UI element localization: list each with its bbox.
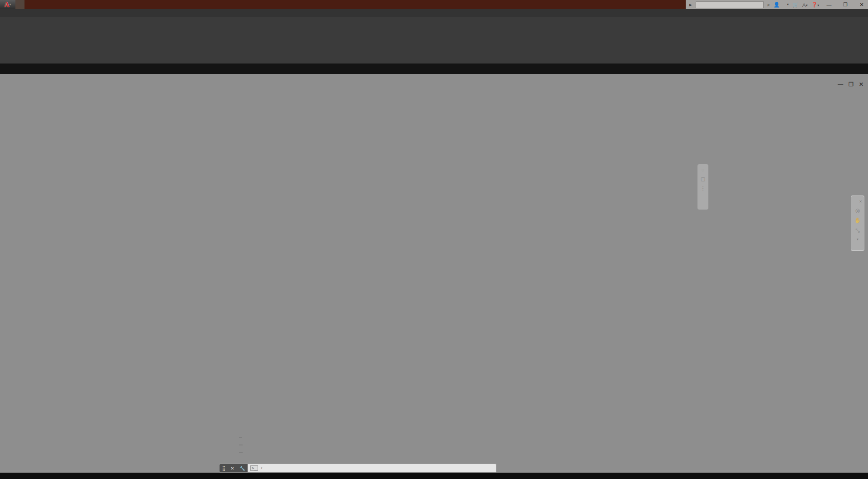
command-prompt [239, 452, 243, 453]
help-icon[interactable]: ❓▾ [811, 2, 819, 8]
ribbon-tab-bar [0, 9, 868, 17]
command-prompt [239, 445, 243, 445]
command-icon: >_ [250, 465, 258, 471]
drawing-window-controls: — ❐ ✕ [838, 81, 863, 88]
navbar-close-icon[interactable]: ✕ [859, 200, 862, 204]
search-binoculars-icon[interactable]: ⌕ [767, 2, 770, 8]
pan-hand-icon[interactable]: ✋ [854, 217, 861, 224]
close-button[interactable]: ✕ [855, 0, 868, 9]
command-close-icon[interactable]: ✕ [230, 466, 234, 471]
command-input[interactable]: >_ ▾ [248, 465, 496, 471]
float-dots-icon: ⋮ [701, 186, 706, 191]
chevron-down-icon: ▾ [10, 3, 11, 6]
file-tab-bar [0, 64, 868, 74]
infocenter-arrow-icon[interactable]: ▸ [689, 2, 692, 8]
drawing-svg [0, 74, 868, 473]
dwg-close-button[interactable]: ✕ [859, 81, 863, 88]
steering-wheel-icon[interactable]: ◎ [855, 207, 860, 214]
navigation-bar[interactable]: ✕ ◎ ✋ ⤡ ▾ [851, 196, 864, 251]
recent-commands-caret-icon[interactable]: ▾ [261, 466, 263, 470]
restore-button[interactable]: ❐ [839, 0, 852, 9]
user-icon: 👤 [774, 2, 780, 8]
float-square-icon: ▢ [701, 176, 705, 182]
customize-wrench-icon[interactable]: 🔧 [239, 466, 245, 471]
autocad-window: A▾ ▸ ⌕ 👤 ▾ 🛒 ◬▾ ❓▾ — ❐ ✕ — ❐ ✕ [0, 0, 868, 479]
navbar-caret-icon[interactable]: ▾ [857, 237, 858, 241]
command-bar-grip[interactable]: ⣿ ✕ 🔧 [219, 464, 248, 473]
trusted-dwg-message [239, 437, 242, 438]
app-store-cart-icon[interactable]: 🛒 [792, 2, 799, 8]
float-circle-icon: ◌ [702, 167, 705, 172]
status-bar [0, 473, 868, 479]
ribbon [0, 17, 868, 64]
zoom-extents-icon[interactable]: ⤡ [855, 227, 860, 234]
autodesk-app-icon[interactable]: ◬▾ [802, 2, 808, 8]
dwg-minimize-button[interactable]: — [838, 81, 843, 88]
title-bar-right: ▸ ⌕ 👤 ▾ 🛒 ◬▾ ❓▾ — ❐ ✕ [686, 0, 868, 9]
signin-caret-icon[interactable]: ▾ [787, 3, 789, 6]
command-history [239, 433, 476, 454]
search-input[interactable] [696, 1, 764, 8]
quick-access-toolbar [15, 0, 24, 9]
app-menu-button[interactable]: A▾ [0, 0, 15, 9]
autocad-logo-icon: A [5, 1, 10, 9]
dwg-restore-button[interactable]: ❐ [848, 81, 853, 88]
floating-toolbar[interactable]: ◌ ▢ ⋮ [697, 164, 708, 210]
drawing-canvas[interactable]: — ❐ ✕ ✕ ◎ ✋ ⤡ ▾ ◌ ▢ ⋮ ⣿ ✕ 🔧 [0, 74, 868, 473]
command-bar[interactable]: ⣿ ✕ 🔧 >_ ▾ [219, 464, 497, 473]
title-bar: A▾ ▸ ⌕ 👤 ▾ 🛒 ◬▾ ❓▾ — ❐ ✕ [0, 0, 868, 9]
grip-dots-icon[interactable]: ⣿ [222, 466, 225, 471]
minimize-button[interactable]: — [823, 0, 835, 9]
